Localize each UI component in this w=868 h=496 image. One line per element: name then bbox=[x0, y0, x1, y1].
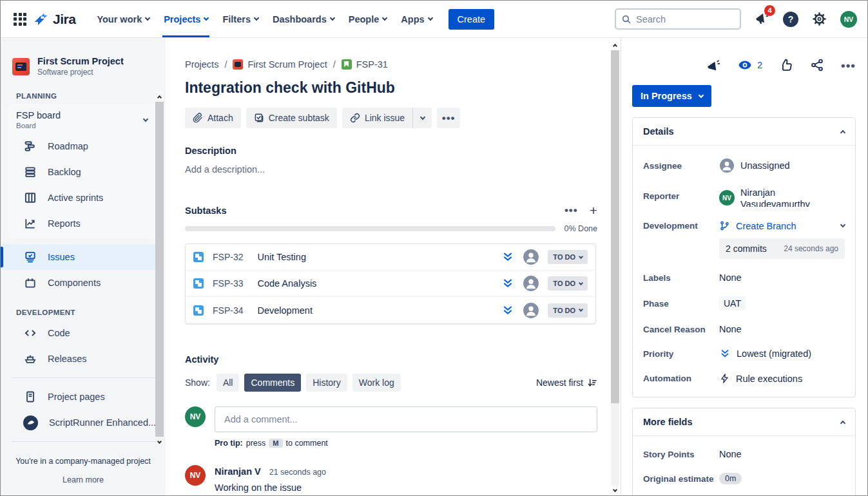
more-actions-button[interactable]: ••• bbox=[437, 108, 460, 128]
estimate-value[interactable]: 0m bbox=[719, 473, 742, 484]
more-fields-header[interactable]: More fields bbox=[633, 408, 855, 436]
issue-title[interactable]: Integration check with GitHub bbox=[185, 79, 621, 97]
sidebar-item-scriptrunner[interactable]: ScriptRunner Enhanced... bbox=[1, 410, 166, 435]
subtask-status-dropdown[interactable]: TO DO bbox=[548, 250, 588, 264]
scroll-up-button[interactable] bbox=[155, 91, 164, 101]
create-branch-link[interactable]: Create Branch bbox=[736, 221, 796, 231]
sidebar-item-issues[interactable]: Issues bbox=[1, 244, 157, 270]
scrollbar-thumb[interactable] bbox=[155, 102, 164, 437]
scrollbar-track[interactable] bbox=[611, 403, 619, 486]
issue-detail-panel: 2 ••• In Progress bbox=[621, 38, 867, 495]
sidebar-item-components[interactable]: Components bbox=[1, 270, 166, 296]
scroll-down-button[interactable] bbox=[155, 437, 164, 447]
subtask-key-link[interactable]: FSP-34 bbox=[213, 305, 243, 316]
subtask-row[interactable]: FSP-33 Code Analysis TO DO bbox=[186, 271, 595, 297]
attach-button[interactable]: Attach bbox=[185, 108, 241, 128]
create-subtask-button[interactable]: Create subtask bbox=[246, 108, 337, 128]
app-switcher-icon[interactable] bbox=[14, 13, 26, 26]
status-dropdown[interactable]: In Progress bbox=[632, 85, 711, 107]
subtask-type-icon bbox=[193, 252, 204, 262]
add-subtask-button[interactable]: + bbox=[590, 204, 597, 217]
breadcrumb-projects[interactable]: Projects bbox=[185, 59, 218, 70]
scroll-down-button[interactable] bbox=[611, 486, 620, 495]
details-header[interactable]: Details bbox=[633, 118, 855, 146]
help-button[interactable]: ? bbox=[783, 12, 798, 27]
chevron-down-icon bbox=[382, 15, 387, 21]
subtask-key-link[interactable]: FSP-33 bbox=[213, 278, 243, 289]
filter-all[interactable]: All bbox=[217, 374, 240, 392]
assignee-avatar-icon[interactable] bbox=[523, 249, 539, 265]
subtask-summary[interactable]: Unit Testing bbox=[257, 252, 501, 262]
vote-button[interactable] bbox=[779, 58, 793, 72]
user-avatar[interactable]: NV bbox=[840, 11, 857, 28]
sort-order-control[interactable]: Newest first bbox=[536, 377, 597, 388]
nav-item-filters[interactable]: Filters bbox=[215, 1, 265, 37]
nav-item-projects[interactable]: Projects bbox=[157, 1, 215, 37]
assignee-avatar-icon[interactable] bbox=[523, 275, 539, 292]
breadcrumb-issue-key[interactable]: FSP-31 bbox=[342, 59, 388, 70]
search-placeholder: Search bbox=[636, 14, 666, 24]
scroll-up-button[interactable] bbox=[611, 40, 620, 50]
jira-logo[interactable]: Jira bbox=[33, 11, 75, 27]
sidebar-scrollbar bbox=[155, 91, 164, 447]
comment-input[interactable]: Add a comment... bbox=[215, 406, 597, 432]
field-automation: Automation Rule executions bbox=[643, 373, 845, 384]
link-issue-dropdown[interactable] bbox=[412, 108, 432, 128]
sidebar-item-roadmap[interactable]: Roadmap bbox=[8, 133, 158, 159]
nav-item-apps[interactable]: Apps bbox=[394, 1, 439, 37]
story-points-value[interactable]: None bbox=[719, 449, 742, 459]
learn-more-link[interactable]: Learn more bbox=[63, 475, 104, 484]
reporter-value[interactable]: NV Niranjan Vasudevamurthy bbox=[719, 187, 845, 207]
chevron-down-icon[interactable] bbox=[840, 222, 845, 227]
labels-value[interactable]: None bbox=[719, 272, 742, 283]
create-button[interactable]: Create bbox=[448, 9, 495, 30]
filter-history[interactable]: History bbox=[306, 374, 347, 392]
cancel-reason-value[interactable]: None bbox=[719, 324, 742, 334]
filter-worklog[interactable]: Work log bbox=[352, 374, 401, 392]
sidebar-item-active-sprints[interactable]: Active sprints bbox=[8, 185, 158, 211]
subtasks-list: FSP-32 Unit Testing TO DO bbox=[185, 243, 596, 324]
assignee-value[interactable]: Unassigned bbox=[719, 158, 845, 173]
sidebar-item-releases[interactable]: Releases bbox=[1, 346, 166, 372]
sidebar-item-reports[interactable]: Reports bbox=[8, 211, 158, 236]
sort-descending-icon bbox=[587, 377, 597, 388]
sidebar-item-project-pages[interactable]: Project pages bbox=[1, 384, 166, 410]
panel-more-button[interactable]: ••• bbox=[841, 59, 856, 72]
description-placeholder[interactable]: Add a description... bbox=[185, 164, 621, 175]
commits-summary[interactable]: 2 commits 24 seconds ago bbox=[719, 238, 845, 259]
automation-value[interactable]: Rule executions bbox=[719, 373, 845, 384]
board-selector[interactable]: FSP board Board bbox=[8, 105, 158, 133]
breadcrumb-project[interactable]: First Scrum Project bbox=[233, 59, 327, 70]
settings-button[interactable] bbox=[812, 12, 827, 26]
nav-item-dashboards[interactable]: Dashboards bbox=[265, 1, 342, 37]
subtasks-more-button[interactable]: ••• bbox=[564, 205, 578, 216]
scrollbar-thumb[interactable] bbox=[611, 50, 619, 403]
priority-value[interactable]: Lowest (migrated) bbox=[719, 348, 845, 359]
link-issue-button[interactable]: Link issue bbox=[342, 108, 412, 128]
assignee-avatar-icon[interactable] bbox=[523, 302, 539, 319]
phase-value[interactable]: UAT bbox=[719, 296, 746, 310]
notifications-button[interactable]: 4 bbox=[754, 10, 769, 28]
subtask-status-dropdown[interactable]: TO DO bbox=[548, 276, 588, 291]
code-icon bbox=[24, 327, 37, 339]
subtask-row[interactable]: FSP-34 Development TO DO bbox=[186, 297, 595, 323]
chevron-down-icon bbox=[579, 254, 583, 258]
project-header[interactable]: First Scrum Project Software project bbox=[1, 48, 166, 86]
watch-button[interactable]: 2 bbox=[737, 57, 762, 73]
filter-comments[interactable]: Comments bbox=[244, 374, 301, 392]
comment-author[interactable]: Niranjan V bbox=[215, 466, 261, 477]
sidebar-item-code[interactable]: Code bbox=[1, 320, 166, 346]
search-input[interactable]: Search bbox=[615, 8, 741, 30]
share-button[interactable] bbox=[810, 58, 824, 72]
subtask-summary[interactable]: Development bbox=[257, 305, 501, 316]
nav-item-your-work[interactable]: Your work bbox=[90, 1, 157, 37]
subtask-type-icon bbox=[193, 278, 204, 289]
subtask-summary[interactable]: Code Analysis bbox=[257, 278, 501, 289]
subtask-row[interactable]: FSP-32 Unit Testing TO DO bbox=[186, 244, 595, 271]
nav-item-people[interactable]: People bbox=[342, 1, 394, 37]
watchers-count: 2 bbox=[757, 60, 762, 70]
feedback-button[interactable] bbox=[706, 58, 720, 73]
sidebar-item-backlog[interactable]: Backlog bbox=[8, 159, 158, 185]
subtask-key-link[interactable]: FSP-32 bbox=[213, 252, 243, 262]
subtask-status-dropdown[interactable]: TO DO bbox=[548, 303, 588, 318]
